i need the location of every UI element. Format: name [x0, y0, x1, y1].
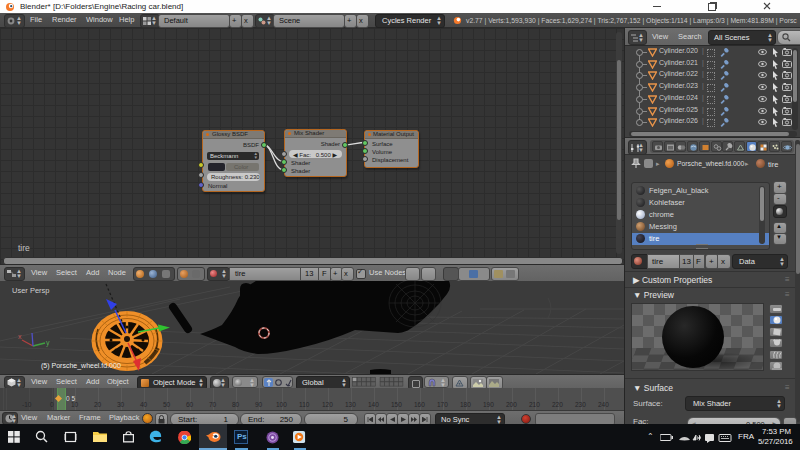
svg-text:y: y [46, 339, 50, 347]
svg-text:x: x [18, 333, 22, 340]
